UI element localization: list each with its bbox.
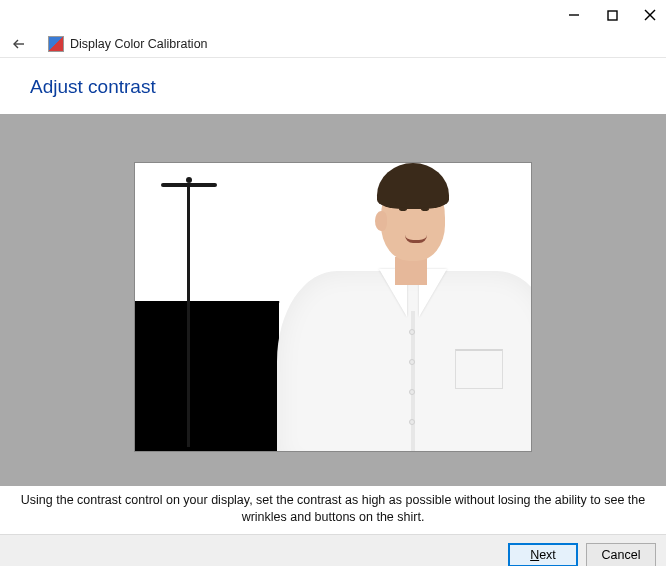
instruction-text: Using the contrast control on your displ… (0, 486, 666, 534)
cancel-button[interactable]: Cancel (586, 543, 656, 566)
page-heading: Adjust contrast (0, 58, 666, 114)
content-area (0, 114, 666, 486)
back-button[interactable] (8, 33, 30, 55)
next-button[interactable]: Next (508, 543, 578, 566)
close-button[interactable] (642, 7, 658, 23)
window-title: Display Color Calibration (70, 37, 208, 51)
contrast-sample-image (134, 162, 532, 452)
svg-rect-1 (608, 11, 617, 20)
app-icon (48, 36, 64, 52)
footer: Next Cancel (0, 534, 666, 566)
header-bar: Display Color Calibration (0, 30, 666, 58)
minimize-button[interactable] (566, 7, 582, 23)
window-chrome (0, 0, 666, 30)
maximize-button[interactable] (604, 7, 620, 23)
